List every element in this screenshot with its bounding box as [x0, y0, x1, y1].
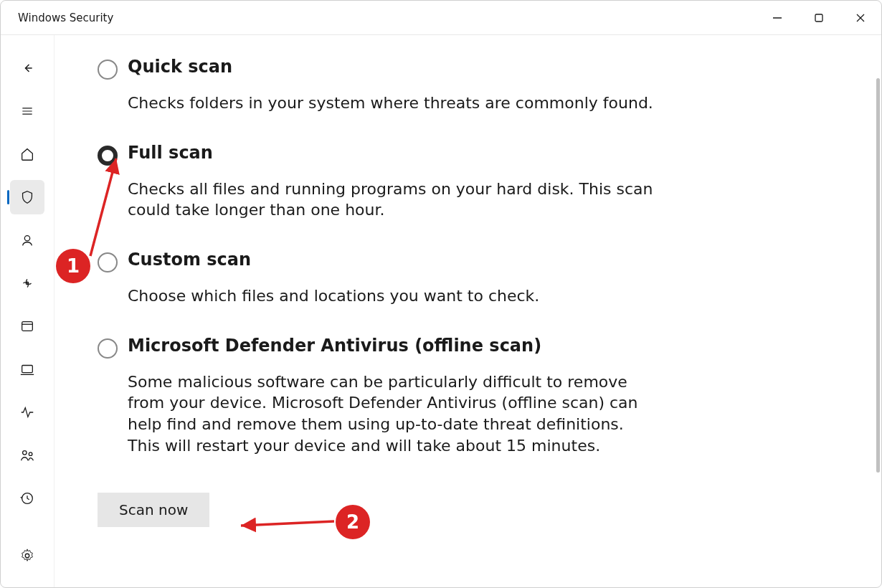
maximize-button[interactable]	[798, 1, 840, 34]
custom-scan-desc: Choose which files and locations you wan…	[128, 285, 657, 307]
settings-icon[interactable]	[10, 539, 44, 573]
svg-line-18	[90, 158, 116, 256]
annotation-arrow-1	[83, 150, 126, 265]
back-button[interactable]	[10, 51, 44, 85]
svg-point-8	[24, 236, 29, 241]
titlebar: Windows Security	[1, 1, 881, 35]
scan-now-button[interactable]: Scan now	[98, 493, 209, 527]
window-controls	[757, 1, 881, 34]
annotation-marker-1: 1	[56, 249, 90, 283]
radio-offline-scan[interactable]	[98, 338, 118, 359]
option-full-scan[interactable]: Full scan Checks all files and running p…	[98, 143, 657, 221]
svg-point-17	[25, 554, 29, 558]
quick-scan-title: Quick scan	[128, 57, 657, 77]
full-scan-desc: Checks all files and running programs on…	[128, 179, 657, 221]
radio-quick-scan[interactable]	[98, 60, 118, 80]
annotation-marker-2: 2	[336, 505, 370, 539]
svg-rect-10	[22, 322, 33, 331]
custom-scan-title: Custom scan	[128, 250, 657, 270]
app-browser-icon[interactable]	[10, 309, 44, 343]
offline-scan-desc: Some malicious software can be particula…	[128, 371, 657, 457]
option-quick-scan[interactable]: Quick scan Checks folders in your system…	[98, 57, 657, 114]
family-icon[interactable]	[10, 438, 44, 473]
option-custom-scan[interactable]: Custom scan Choose which files and locat…	[98, 250, 657, 307]
minimize-button[interactable]	[757, 1, 798, 34]
svg-point-14	[23, 451, 27, 455]
scrollbar[interactable]	[876, 78, 880, 473]
home-icon[interactable]	[10, 137, 44, 171]
quick-scan-desc: Checks folders in your system where thre…	[128, 93, 657, 114]
close-button[interactable]	[840, 1, 881, 34]
device-security-icon[interactable]	[10, 352, 44, 387]
history-icon[interactable]	[10, 481, 44, 516]
menu-button[interactable]	[10, 94, 44, 128]
option-offline-scan[interactable]: Microsoft Defender Antivirus (offline sc…	[98, 336, 657, 457]
svg-rect-1	[815, 14, 822, 22]
content-area: Quick scan Checks folders in your system…	[54, 35, 881, 587]
svg-point-15	[29, 452, 32, 456]
svg-rect-12	[22, 366, 33, 373]
svg-line-19	[241, 521, 334, 526]
full-scan-title: Full scan	[128, 143, 657, 163]
shield-icon[interactable]	[10, 180, 44, 214]
annotation-arrow-2	[234, 513, 341, 534]
firewall-icon[interactable]	[10, 266, 44, 300]
sidebar	[1, 35, 54, 587]
account-icon[interactable]	[10, 223, 44, 257]
performance-icon[interactable]	[10, 395, 44, 430]
window-title: Windows Security	[18, 11, 113, 24]
offline-scan-title: Microsoft Defender Antivirus (offline sc…	[128, 336, 657, 356]
